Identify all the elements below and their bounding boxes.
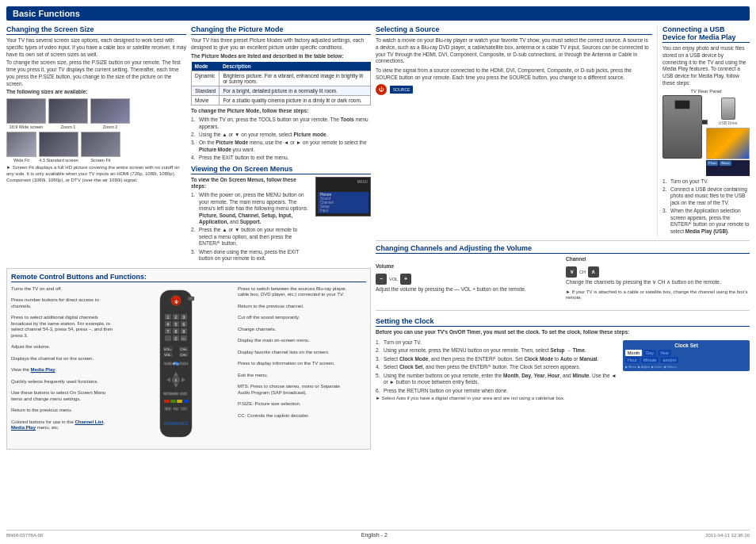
list-item: 3.When the Application selection screen … [662,208,750,235]
clock-set-ui: Clock Set Month Day Year Hour Minute am/… [623,338,750,402]
thumb-label-zoom2: Zoom 2 [103,125,118,129]
remote-image: ⏻ SRC 1 2 3 4 [120,286,231,445]
svg-text:1: 1 [167,314,170,319]
osd-menu-mockup: MENU Picture Sound Channel Setup Input [315,177,371,216]
chan-note: ► If your TV is attached to a cable or s… [566,289,750,302]
svg-text:6: 6 [183,321,185,326]
picture-steps-title: To change the Picture Mode, follow these… [191,108,371,115]
list-item: 1.With the power on, press the MENU butt… [191,192,311,225]
clock-steps-col: 1.Turn on your TV. 2.Using your remote, … [376,338,617,402]
vol-buttons: − VOL + [376,274,411,285]
svg-text:CC: CC [181,408,186,411]
list-item: 5.Using the number buttons on your remot… [376,373,617,386]
screen-size-body1: Your TV has several screen size options,… [6,37,186,58]
svg-text:2: 2 [175,314,178,319]
remote-section: Remote Control Buttons and Functions: Tu… [6,268,371,450]
picture-mode-body1: Your TV has three preset Picture Modes w… [191,37,371,52]
picture-steps: 1.With the TV on, press the TOOLS button… [191,117,371,162]
picture-mode-title: Changing the Picture Mode [191,25,371,35]
picture-mode-table-intro: The Picture Modes are listed and describ… [191,53,371,60]
clock-nav-row: ▶ Menu ▶ Adjust ▶ Enter ▶ Return [625,365,747,369]
tv-rear-label: TV Rear Panel [662,89,750,94]
media-play-btn: Photo [707,161,718,166]
footer-page: English - 2 [361,532,388,538]
svg-text:RETURN: RETURN [163,393,174,396]
separator [376,310,750,311]
svg-text:EXIT: EXIT [181,393,188,396]
screen-size-body2: To change the screen size, press the P.S… [6,59,186,87]
annotation-media-play: View the Media Play. [11,367,114,374]
list-item: 3.Select Clock Mode, and then press the … [376,356,617,362]
list-item: 2.Using your remote, press the MENU butt… [376,347,617,354]
desc-col-header: Description [220,62,371,71]
remote-annotations-left: Turns the TV on and off. Press number bu… [11,286,114,431]
annotation-menu-items: Use these buttons to select On Screen Me… [11,390,114,402]
mode-col-header: Mode [192,62,220,71]
list-item: 3.On the Picture Mode menu, use the ◄ or… [191,140,371,153]
svg-text:SAMSUNG: SAMSUNG [164,421,189,426]
svg-rect-57 [177,400,182,403]
power-icon: ⏻ [376,84,387,95]
annotation-digital: Press to select additional digital chann… [11,315,114,339]
photo-ui-bar: Photo Music [707,161,749,166]
svg-text:7: 7 [167,328,170,333]
annotation-fav-channels: Display favorite channel lists on the sc… [238,350,349,356]
source-button-icon: SOURCE [390,86,413,94]
osd-image: MENU Picture Sound Channel Setup Input [315,177,371,264]
svg-text:TOOLS: TOOLS [179,362,189,366]
svg-text:CH∧: CH∧ [181,347,188,351]
remote-title: Remote Control Buttons and Functions: [11,273,366,282]
right-content: Selecting a Source To watch a movie on y… [376,25,750,527]
annotation-source: Press to switch between the sources Blu-… [238,286,349,298]
annotation-prev-channel: Return to the previous channel. [238,304,349,310]
svg-rect-58 [183,400,189,403]
remote-svg: ⏻ SRC 1 2 3 4 [124,286,227,445]
chan-desc: Change the channels by pressing the ∨ CH… [566,279,721,286]
screen-thumbnails-row2: Wide Fit 4:3 Standard screen Screen Fit [6,132,186,163]
svg-text:P.SZ: P.SZ [174,408,178,411]
usb-drive-label: USB Drive [719,98,737,125]
usb-title: Connecting a USB Device for Media Play [662,25,750,43]
mode-movie: Movie [192,96,220,105]
table-row: Standard For a bright, detailed picture … [192,86,371,96]
svg-text:VOL-: VOL- [164,352,172,356]
osd-steps-title: To view the On Screen Menus, follow thes… [191,177,311,191]
annotation-volume: Adjust the volume. [11,344,114,351]
usb-steps: 1.Turn on your TV. 2.Connect a USB devic… [662,178,750,236]
vol-plus-key: + [400,274,411,285]
annotation-channel-list: Displays the channel list on the screen. [11,356,114,362]
usb-device: USB Drive Photo Music [706,95,750,176]
annotation-psize: P.SIZE: Picture size selection. [238,401,349,408]
clock-title: Setting the Clock [376,317,750,327]
remote-annotations-right: Press to switch between the sources Blu-… [238,286,349,419]
desc-movie: For a studio quality cinema picture in a… [220,96,371,105]
clock-row-2: Hour Minute am/pm [625,357,747,363]
clock-intro: Before you can use your TV's On/Off Time… [376,329,750,336]
mode-dynamic: Dynamic [192,71,220,86]
svg-text:0: 0 [175,335,178,340]
osd-steps: 1.With the power on, press the MENU butt… [191,192,311,262]
footer-model: BN68-03778A-00 [6,533,43,538]
list-item: 2.Using the ▲ or ▼ on your remote, selec… [191,132,371,138]
svg-rect-56 [170,400,176,403]
thumb-label-zoom1: Zoom 1 [61,125,76,129]
desc-dynamic: Brightens picture. For a vibrant, enhanc… [220,71,371,86]
music-btn: Music [720,161,731,166]
tv-rear-image [662,95,702,159]
screen-thumbnails: 16:9 Wide screen Zoom 1 Zoom 2 [6,98,186,129]
svg-text:MTS: MTS [166,408,170,411]
volume-control: Volume − VOL + Adjust the volume by pres… [376,263,559,295]
list-item: 1.Turn on your TV. [376,339,617,346]
annotation-mts: MTS: Press to choose stereo, mono or Sep… [238,384,349,396]
clock-set-table: Clock Set Month Day Year Hour Minute am/… [623,340,750,371]
clock-section: Setting the Clock Before you can use you… [376,317,750,402]
list-item: 3.When done using the menu, press the EX… [191,249,311,262]
thumb-label-169: 16:9 Wide screen [10,125,44,129]
photo-preview [706,128,750,159]
screen-size-section: Changing the Screen Size Your TV has sev… [6,25,186,264]
thumb-zoom1: Zoom 1 [48,98,88,129]
page-header: Basic Functions [6,6,750,21]
clock-ampm: am/pm [660,357,678,363]
svg-text:4: 4 [167,321,170,326]
vol-chan-row: Volume − VOL + Adjust the volume by pres… [376,256,750,301]
